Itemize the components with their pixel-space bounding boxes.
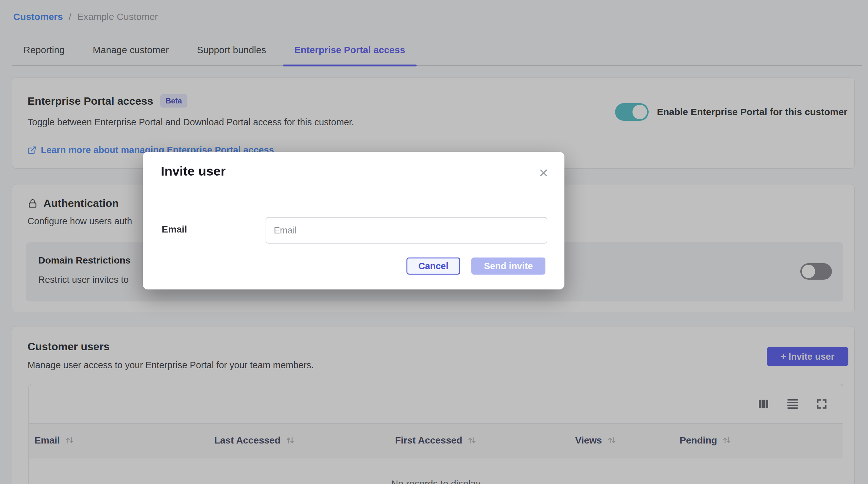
close-icon[interactable]: ✕	[538, 167, 549, 179]
cancel-button[interactable]: Cancel	[406, 258, 460, 275]
modal-actions: Cancel Send invite	[406, 258, 546, 275]
invite-user-modal: Invite user ✕ Email Cancel Send invite	[143, 152, 564, 289]
email-field[interactable]	[266, 217, 547, 244]
send-invite-button[interactable]: Send invite	[471, 258, 546, 275]
email-label: Email	[162, 224, 187, 235]
invite-user-modal-title: Invite user	[161, 164, 226, 179]
